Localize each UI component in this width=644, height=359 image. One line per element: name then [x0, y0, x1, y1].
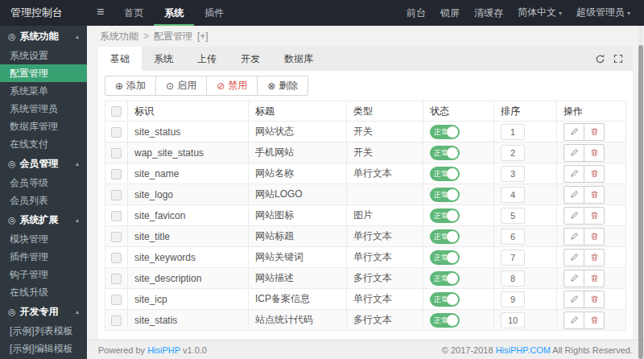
sort-input[interactable] [501, 187, 525, 203]
tab-5[interactable]: 数据库 [272, 47, 325, 71]
sidebar-item[interactable]: 系统设置 [0, 47, 87, 64]
cell-title: 手机网站 [249, 142, 347, 163]
sidebar-item[interactable]: 数据库管理 [0, 118, 87, 135]
row-checkbox[interactable] [111, 274, 122, 284]
sidebar-item[interactable]: 系统管理员 [0, 100, 87, 118]
sidebar-item[interactable]: 插件管理 [0, 248, 87, 266]
edit-button[interactable] [564, 144, 584, 162]
delete-button[interactable] [584, 123, 605, 141]
edit-button[interactable] [564, 270, 584, 287]
status-toggle[interactable]: 正常 [430, 271, 460, 286]
row-checkbox[interactable] [111, 232, 122, 242]
edit-button[interactable] [564, 165, 584, 183]
delete-button[interactable] [584, 165, 605, 183]
delete-button[interactable] [584, 312, 605, 329]
sidebar-item[interactable]: 会员等级 [0, 174, 87, 192]
tab-2[interactable]: 系统 [142, 47, 185, 71]
tab-3[interactable]: 上传 [185, 47, 229, 71]
status-toggle-knob [447, 231, 458, 242]
edit-button[interactable] [564, 249, 584, 266]
sidebar-item[interactable]: 配置管理 [0, 64, 87, 82]
trash-icon [590, 274, 599, 283]
row-checkbox[interactable] [111, 127, 122, 138]
edit-button[interactable] [564, 186, 584, 204]
row-checkbox[interactable] [111, 295, 122, 305]
row-checkbox[interactable] [111, 190, 122, 200]
sidebar-section-title[interactable]: ◎会员管理▴ [0, 153, 87, 174]
hisiphp-com-link[interactable]: HisiPHP.COM [496, 345, 551, 355]
sidebar-section-title[interactable]: ◎开发专用▴ [0, 301, 87, 322]
hisiphp-link[interactable]: HisiPHP [147, 345, 180, 355]
status-toggle[interactable]: 正常 [430, 292, 460, 307]
sort-input[interactable] [501, 291, 525, 307]
scrollbar-thumb[interactable] [638, 45, 643, 359]
topbar-action[interactable]: 简体中文▾ [510, 0, 569, 27]
topbar-action[interactable]: 超级管理员▾ [569, 0, 638, 27]
toolbar-button[interactable]: ⊕添加 [105, 76, 156, 96]
breadcrumb-item[interactable]: 配置管理 [154, 31, 192, 42]
edit-button[interactable] [564, 291, 584, 308]
status-toggle[interactable]: 正常 [430, 146, 460, 160]
sidebar-item[interactable]: 在线升级 [0, 283, 87, 301]
status-toggle[interactable]: 正常 [430, 250, 460, 265]
tab-1[interactable]: 基础 [98, 47, 142, 71]
sidebar-section-title[interactable]: ◎系统扩展▴ [0, 209, 87, 230]
topbar-action[interactable]: 清缓存 [467, 0, 510, 26]
toolbar-button[interactable]: ⊘禁用 [206, 76, 258, 96]
refresh-icon[interactable] [595, 54, 605, 64]
row-checkbox[interactable] [111, 211, 122, 221]
tab-4[interactable]: 开发 [229, 47, 272, 71]
row-checkbox[interactable] [111, 148, 122, 159]
delete-button[interactable] [584, 207, 605, 225]
status-toggle[interactable]: 正常 [430, 167, 460, 181]
sidebar-item[interactable]: 模块管理 [0, 230, 87, 248]
delete-button[interactable] [584, 249, 605, 266]
sidebar-item[interactable]: [示例]编辑模板 [0, 340, 87, 357]
topbar-action[interactable]: 锁屏 [433, 0, 467, 26]
sort-input[interactable] [501, 312, 525, 328]
select-all-checkbox[interactable] [111, 106, 122, 117]
fullscreen-icon[interactable] [613, 54, 623, 64]
breadcrumb-item[interactable]: 系统功能 [100, 31, 138, 42]
status-toggle[interactable]: 正常 [430, 229, 460, 244]
delete-button[interactable] [584, 270, 605, 287]
sidebar-item[interactable]: [示例]列表模板 [0, 322, 87, 340]
sort-input[interactable] [501, 250, 525, 266]
sort-input[interactable] [501, 229, 525, 245]
sidebar-section-title[interactable]: ◎系统功能▴ [0, 26, 87, 47]
chevron-down-icon: ▾ [627, 10, 630, 17]
top-nav-item[interactable]: 插件 [194, 0, 234, 26]
toolbar-button[interactable]: ⊗删除 [257, 76, 308, 96]
menu-toggle-icon[interactable]: ≡ [87, 0, 114, 26]
status-toggle[interactable]: 正常 [430, 188, 460, 202]
edit-button[interactable] [564, 228, 584, 246]
edit-button[interactable] [564, 123, 584, 141]
status-toggle[interactable]: 正常 [430, 125, 460, 139]
sidebar-item[interactable]: 系统菜单 [0, 82, 87, 100]
delete-button[interactable] [584, 186, 605, 204]
sort-input[interactable] [501, 208, 525, 224]
row-checkbox[interactable] [111, 169, 122, 180]
scrollbar[interactable] [638, 26, 643, 359]
status-toggle[interactable]: 正常 [430, 313, 460, 328]
cell-status: 正常 [423, 310, 494, 331]
toolbar-button[interactable]: ⊙启用 [155, 76, 207, 96]
topbar-action[interactable]: 前台 [399, 0, 433, 26]
delete-button[interactable] [584, 228, 605, 246]
sidebar-item[interactable]: 钩子管理 [0, 266, 87, 283]
delete-button[interactable] [584, 144, 605, 162]
sidebar-item[interactable]: 会员列表 [0, 192, 87, 209]
status-toggle[interactable]: 正常 [430, 208, 460, 223]
row-checkbox[interactable] [111, 253, 122, 263]
sort-input[interactable] [501, 166, 525, 182]
delete-button[interactable] [584, 291, 605, 308]
sort-input[interactable] [501, 270, 525, 287]
top-nav-item[interactable]: 首页 [114, 0, 154, 26]
sidebar-item[interactable]: 在线支付 [0, 135, 87, 153]
top-nav-item[interactable]: 系统 [154, 0, 194, 26]
sort-input[interactable] [501, 124, 525, 140]
edit-button[interactable] [564, 312, 584, 329]
row-checkbox[interactable] [111, 316, 122, 326]
sort-input[interactable] [501, 145, 525, 161]
edit-button[interactable] [564, 207, 584, 225]
